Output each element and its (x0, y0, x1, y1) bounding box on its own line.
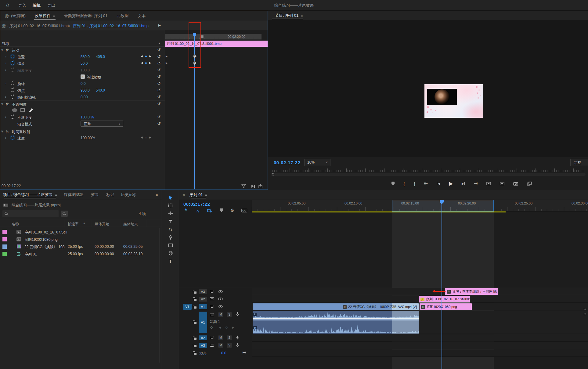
mark-in-button[interactable]: { (403, 181, 405, 186)
mark-out-button[interactable]: } (414, 181, 415, 186)
rotation-value[interactable]: 0.0 (81, 81, 86, 86)
ellipse-mask-icon[interactable] (12, 108, 17, 112)
hand-tool[interactable] (162, 249, 179, 257)
column-media-start[interactable]: 媒体开始 (95, 222, 109, 227)
tab-history[interactable]: 历史记录 (118, 190, 135, 200)
reset-icon[interactable]: ↺ (157, 94, 161, 99)
source-patch-v1[interactable]: V1 (183, 304, 192, 310)
tab-overflow-icon[interactable]: » (156, 192, 162, 197)
home-icon[interactable]: ⌂ (6, 2, 9, 8)
sync-lock-icon[interactable] (210, 290, 214, 293)
lock-icon[interactable] (194, 345, 197, 347)
search-box[interactable] (2, 210, 59, 217)
search-filter-button[interactable] (61, 211, 68, 217)
prev-keyframe-icon[interactable]: ◀ (141, 136, 143, 139)
item-name[interactable]: 22-云缨CG《擒贼》-108 (24, 244, 64, 250)
close-icon[interactable]: × (179, 193, 187, 197)
program-time-ruler[interactable] (271, 168, 586, 172)
voiceover-mic-icon[interactable] (236, 312, 239, 316)
mute-button[interactable]: M (218, 343, 223, 348)
tab-project[interactable]: 项目: 综合练习——片尾效果≡ (0, 190, 60, 200)
snap-magnet-icon[interactable]: ∩ (196, 208, 199, 213)
table-row[interactable]: 序列 01.00_02_16_07.Still (0, 228, 162, 236)
reset-icon[interactable]: ↺ (157, 54, 161, 59)
razor-tool[interactable] (162, 217, 179, 225)
collapse-up-icon[interactable]: ▲ (158, 42, 161, 45)
ec-header-expand-icon[interactable]: ▶ (158, 24, 161, 27)
track-name-a1[interactable]: A1 (199, 312, 207, 333)
reset-icon[interactable]: ↺ (157, 81, 161, 86)
rect-mask-icon[interactable] (20, 108, 25, 112)
sort-asc-icon[interactable]: ∧ (83, 222, 85, 225)
chevron-down-icon[interactable]: ∨ (68, 24, 70, 27)
panel-menu-icon[interactable]: ≡ (53, 14, 55, 18)
reset-icon[interactable]: ↺ (157, 114, 161, 119)
program-tim​ecode[interactable]: 00:02:17:22 (274, 160, 300, 165)
pen-tool[interactable] (162, 233, 179, 241)
reset-icon[interactable]: ↺ (157, 47, 161, 52)
lock-icon[interactable] (194, 338, 197, 340)
next-keyframe-icon[interactable]: ▶ (232, 326, 234, 329)
sync-lock-icon[interactable] (210, 313, 214, 316)
selection-tool[interactable] (162, 194, 179, 201)
clip-v3-credits[interactable]: fx 导演：李李李编剧：王网网 陈 (445, 288, 498, 295)
add-marker-icon[interactable] (220, 208, 223, 212)
timeline-timecode[interactable]: 00:02:17:22 (183, 201, 210, 207)
add-keyframe-icon[interactable]: ◆ (145, 55, 147, 58)
reset-icon[interactable]: ↺ (157, 61, 161, 66)
mini-expand-icon[interactable]: ▶ (166, 62, 168, 64)
stopwatch-icon[interactable] (11, 55, 14, 58)
program-playhead-knob[interactable] (272, 173, 274, 175)
table-row[interactable]: 22-云缨CG《擒贼》-108 25.00 fps 00:00:00:00 00… (0, 243, 162, 250)
label-color-swatch[interactable] (2, 237, 7, 241)
solo-button[interactable]: S (227, 312, 232, 317)
trim-toggle-icon[interactable]: ▶◀ (243, 351, 245, 354)
tab-audio-clip-mixer[interactable]: 音频剪辑混合器: 序列 01 (60, 11, 112, 21)
tab-sequence-01[interactable]: 序列 01≡ (187, 190, 210, 200)
sync-lock-icon[interactable] (210, 305, 214, 308)
antiflicker-value[interactable]: 0.00 (81, 95, 88, 99)
position-y-value[interactable]: 405.0 (96, 55, 105, 59)
sync-lock-icon[interactable] (210, 344, 214, 347)
comparison-view-button[interactable] (527, 182, 532, 186)
scale-value[interactable]: 50.0 (81, 61, 88, 66)
add-keyframe-icon[interactable]: ◇ (145, 136, 147, 139)
type-tool[interactable]: T (162, 257, 179, 265)
zoom-level-dropdown[interactable]: 10% ∨ (304, 159, 330, 166)
export-icon[interactable] (258, 184, 263, 188)
next-keyframe-icon[interactable]: ▶ (149, 61, 151, 64)
sync-lock-icon[interactable] (210, 336, 214, 339)
prev-keyframe-icon[interactable]: ◀ (141, 55, 143, 58)
mini-expand-icon[interactable]: ▶ (166, 55, 168, 58)
grip-icon[interactable] (201, 35, 204, 38)
stopwatch-icon[interactable] (11, 115, 14, 119)
blend-mode-dropdown[interactable]: 正常 ∨ (81, 121, 123, 127)
add-keyframe-icon[interactable]: ◆ (145, 61, 147, 64)
ec-group-motion[interactable]: ∨ fx 运动 ↺ (0, 47, 165, 53)
audio-keyframe-toggle-icon[interactable]: ◇ (210, 325, 213, 329)
item-name[interactable]: 序列 01.00_02_16_07.Still (24, 230, 67, 235)
speed-value[interactable]: 100.00% (81, 136, 95, 140)
rectangle-tool[interactable] (162, 241, 179, 249)
reset-icon[interactable]: ↺ (157, 121, 161, 126)
track-select-forward-tool[interactable] (162, 201, 179, 209)
prev-keyframe-icon[interactable]: ◀ (219, 326, 221, 329)
anchor-y-value[interactable]: 540.0 (96, 88, 105, 92)
reset-icon[interactable]: ↺ (157, 101, 161, 106)
stopwatch-icon[interactable] (11, 88, 14, 92)
clip-v1-image[interactable]: fx 底图1920X1080.png (420, 303, 472, 310)
add-keyframe-icon[interactable]: ◇ (225, 326, 228, 329)
panel-menu-icon[interactable]: ≡ (301, 13, 303, 18)
table-row[interactable]: 底图1920X1080.png (0, 236, 162, 243)
solo-button[interactable]: S (227, 343, 232, 348)
play-button[interactable]: ▶ (449, 180, 453, 187)
stopwatch-icon[interactable] (11, 81, 14, 85)
filter-properties-icon[interactable] (241, 184, 246, 188)
tab-markers[interactable]: 标记 (103, 190, 118, 200)
ec-group-opacity[interactable]: ∨ fx 不透明度 ↺ (0, 100, 165, 107)
column-media-end[interactable]: 媒体结束 (123, 222, 138, 227)
stopwatch-icon[interactable] (11, 95, 14, 99)
next-keyframe-icon[interactable]: ▶ (149, 136, 151, 139)
reset-icon[interactable]: ↺ (157, 88, 161, 92)
stopwatch-icon[interactable] (11, 136, 14, 139)
